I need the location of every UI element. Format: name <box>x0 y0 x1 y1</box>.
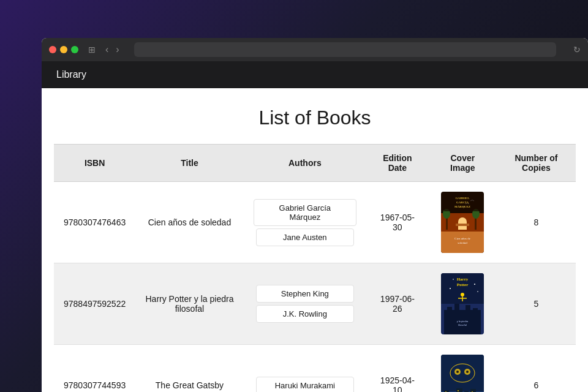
col-header-isbn: ISBN <box>54 145 135 182</box>
svg-text:Cien años de: Cien años de <box>454 237 471 240</box>
svg-point-25 <box>461 293 464 296</box>
cell-cover-image: The Great Gatsby <box>429 345 497 393</box>
refresh-button[interactable]: ↻ <box>573 45 581 55</box>
svg-text:y la piedra: y la piedra <box>457 320 469 323</box>
svg-point-39 <box>456 371 459 373</box>
cell-cover-image: GABRIEL GARCÍA MÁRQUEZ Cien años de sole… <box>429 182 497 263</box>
cell-isbn: 9780307744593 <box>54 345 135 393</box>
table-row: 9788497592522Harry Potter y la piedra fi… <box>54 263 576 345</box>
close-button[interactable] <box>49 46 56 53</box>
svg-text:filosofal: filosofal <box>459 323 467 326</box>
page-title: List of Books <box>54 107 576 129</box>
nav-bar: Library <box>42 61 588 88</box>
forward-button[interactable]: › <box>113 44 121 55</box>
col-header-title: Title <box>135 145 243 182</box>
cell-isbn: 9788497592522 <box>54 263 135 345</box>
author-tag: Haruki Murakami <box>256 377 354 393</box>
cell-authors: Stephen KingJ.K. Rowling <box>244 263 366 345</box>
author-tag: Gabriel García Márquez <box>254 199 356 226</box>
svg-rect-49 <box>458 390 459 391</box>
svg-point-32 <box>453 279 454 280</box>
browser-window: ⊞ ‹ › ↻ Library List of Books ISBN Title… <box>42 38 588 392</box>
svg-rect-19 <box>447 307 452 316</box>
col-header-edition-date: Edition Date <box>366 145 429 182</box>
cell-edition-date: 1997-06-26 <box>366 263 429 345</box>
svg-rect-21 <box>466 305 470 316</box>
svg-text:MÁRQUEZ: MÁRQUEZ <box>454 205 471 208</box>
svg-text:GABRIEL: GABRIEL <box>456 197 470 200</box>
sidebar-toggle-icon[interactable]: ⊞ <box>88 45 96 55</box>
nav-buttons: ‹ › <box>103 44 122 55</box>
svg-point-30 <box>450 288 451 289</box>
svg-rect-22 <box>473 308 478 316</box>
svg-rect-44 <box>456 388 462 392</box>
cell-copies: 8 <box>497 182 576 263</box>
cell-authors: Gabriel García MárquezJane Austen <box>244 182 366 263</box>
svg-rect-5 <box>456 224 469 226</box>
col-header-authors: Authors <box>244 145 366 182</box>
svg-point-40 <box>466 371 469 373</box>
cell-edition-date: 1925-04-10 <box>366 345 429 393</box>
minimize-button[interactable] <box>60 46 67 53</box>
maximize-button[interactable] <box>71 46 78 53</box>
svg-rect-20 <box>454 304 459 316</box>
cell-copies: 5 <box>497 263 576 345</box>
cell-title: Harry Potter y la piedra filosofal <box>135 263 243 345</box>
books-table: ISBN Title Authors Edition Date Cover Im… <box>54 144 576 392</box>
traffic-lights <box>49 46 78 53</box>
back-button[interactable]: ‹ <box>103 44 111 55</box>
table-row: 9780307476463Cien años de soledadGabriel… <box>54 182 576 263</box>
svg-rect-46 <box>470 389 476 392</box>
url-bar[interactable] <box>134 42 556 57</box>
cell-title: Cien años de soledad <box>135 182 243 263</box>
svg-point-31 <box>474 284 475 285</box>
col-header-cover-image: Cover Image <box>429 145 497 182</box>
table-row: 9780307744593The Great GatsbyHaruki Mura… <box>54 345 576 393</box>
cell-cover-image: Harry Potter y la piedra filosofal <box>429 263 497 345</box>
author-tag: Stephen King <box>256 285 354 303</box>
table-header-row: ISBN Title Authors Edition Date Cover Im… <box>54 145 576 182</box>
cell-copies: 6 <box>497 345 576 393</box>
svg-point-36 <box>450 364 475 382</box>
author-tag: Jane Austen <box>256 228 354 246</box>
main-content: List of Books ISBN Title Authors Edition… <box>42 88 588 392</box>
cell-isbn: 9780307476463 <box>54 182 135 263</box>
svg-point-33 <box>478 291 479 292</box>
svg-text:GARCÍA: GARCÍA <box>456 201 469 204</box>
cell-authors: Haruki Murakami <box>244 345 366 393</box>
titlebar: ⊞ ‹ › ↻ <box>42 38 588 61</box>
window-controls: ⊞ <box>88 45 96 55</box>
cell-edition-date: 1967-05-30 <box>366 182 429 263</box>
author-tag: J.K. Rowling <box>256 305 354 323</box>
cell-title: The Great Gatsby <box>135 345 243 393</box>
svg-text:Harry: Harry <box>457 277 469 282</box>
nav-title: Library <box>56 69 86 80</box>
svg-text:soledad: soledad <box>458 241 468 244</box>
svg-text:Potter: Potter <box>457 282 469 287</box>
col-header-copies: Number of Copies <box>497 145 576 182</box>
